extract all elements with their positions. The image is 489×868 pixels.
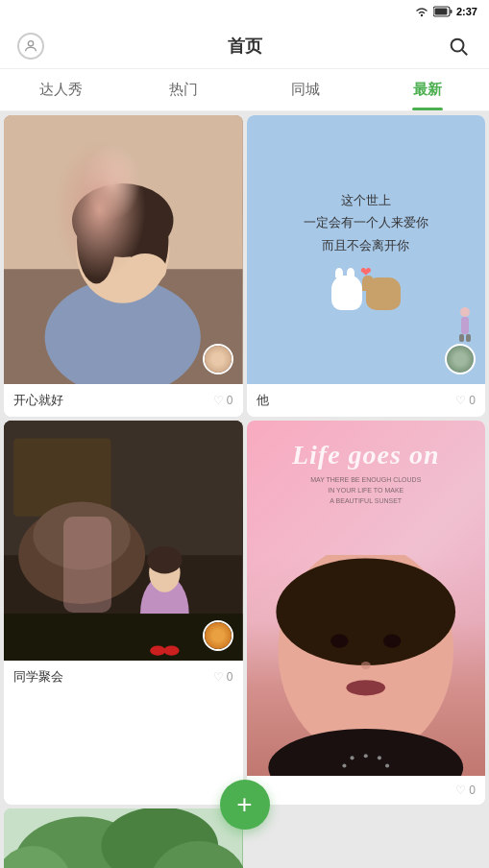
svg-point-39 xyxy=(363,754,367,758)
search-button[interactable] xyxy=(443,31,474,61)
post-4-footer: ♡ 0 xyxy=(247,776,486,805)
post-3-likes: ♡ 0 xyxy=(213,670,233,684)
svg-point-11 xyxy=(76,196,169,303)
post-image-3 xyxy=(4,421,243,661)
svg-rect-2 xyxy=(450,10,452,13)
post-card-4[interactable]: Life goes on MAY THERE BE ENOUGH CLOUDSI… xyxy=(247,421,486,805)
svg-rect-3 xyxy=(434,9,447,15)
dog-illustration xyxy=(366,277,401,310)
heart-icon-1: ♡ xyxy=(213,394,224,407)
svg-point-40 xyxy=(377,756,380,760)
post-1-footer: 开心就好 ♡ 0 xyxy=(4,384,243,417)
content-grid: 开心就好 ♡ 0 这个世上 一定会有一个人来爱你 而且不会离开你 ❤ xyxy=(0,111,489,868)
svg-rect-8 xyxy=(4,115,243,269)
svg-point-36 xyxy=(346,680,385,695)
post-3-footer: 同学聚会 ♡ 0 xyxy=(4,661,243,693)
svg-point-4 xyxy=(28,40,33,45)
tab-latest[interactable]: 最新 xyxy=(367,69,489,110)
svg-point-30 xyxy=(163,646,179,656)
post-1-likes: ♡ 0 xyxy=(213,394,233,407)
time-display: 2:37 xyxy=(456,6,477,17)
create-post-button[interactable]: + xyxy=(220,780,270,830)
svg-point-35 xyxy=(360,662,370,669)
status-bar: 2:37 xyxy=(0,0,489,23)
cat-illustration xyxy=(331,276,362,310)
svg-rect-18 xyxy=(459,334,464,342)
tab-hot[interactable]: 热门 xyxy=(122,69,244,110)
svg-point-34 xyxy=(383,635,401,648)
svg-point-13 xyxy=(77,196,116,283)
svg-point-14 xyxy=(130,196,169,283)
heart-icon-2: ♡ xyxy=(455,394,466,407)
post-image-1 xyxy=(4,115,243,384)
plus-icon: + xyxy=(236,791,252,818)
svg-rect-19 xyxy=(466,334,471,342)
user-avatar xyxy=(17,33,44,60)
tab-nearby[interactable]: 同城 xyxy=(245,69,367,110)
small-figure xyxy=(456,307,474,346)
tab-talent[interactable]: 达人秀 xyxy=(0,69,122,110)
svg-rect-7 xyxy=(4,115,243,384)
app-header: 首页 xyxy=(0,23,489,69)
svg-rect-17 xyxy=(461,317,469,334)
svg-point-29 xyxy=(150,646,165,656)
face-area xyxy=(247,555,486,776)
post-card-2[interactable]: 这个世上 一定会有一个人来爱你 而且不会离开你 ❤ xyxy=(247,115,486,417)
svg-line-6 xyxy=(462,50,467,55)
post-card-1[interactable]: 开心就好 ♡ 0 xyxy=(4,115,243,417)
svg-point-0 xyxy=(421,14,423,16)
post-3-title: 同学聚会 xyxy=(13,668,63,686)
svg-point-33 xyxy=(330,635,348,648)
svg-point-32 xyxy=(276,558,455,665)
svg-point-10 xyxy=(45,278,201,384)
svg-point-16 xyxy=(460,307,470,317)
post-image-2: 这个世上 一定会有一个人来爱你 而且不会离开你 ❤ xyxy=(247,115,486,384)
svg-point-24 xyxy=(33,501,130,569)
post-card-3[interactable]: 同学聚会 ♡ 0 xyxy=(4,421,243,805)
heart-icon-3: ♡ xyxy=(213,670,224,684)
svg-point-12 xyxy=(72,183,173,257)
heart-icon-4: ♡ xyxy=(455,784,466,797)
life-goes-on-text: Life goes on xyxy=(292,440,440,470)
post-2-footer: 他 ♡ 0 xyxy=(247,384,486,417)
search-icon xyxy=(448,36,469,57)
tab-bar: 达人秀 热门 同城 最新 xyxy=(0,69,489,111)
battery-icon xyxy=(433,6,452,17)
post-card-5[interactable] xyxy=(4,808,243,868)
wifi-icon xyxy=(414,6,429,17)
svg-point-37 xyxy=(268,729,463,776)
post-2-likes: ♡ 0 xyxy=(455,394,476,407)
profile-button[interactable] xyxy=(15,31,46,61)
post-3-avatar xyxy=(203,620,233,651)
post-image-4: Life goes on MAY THERE BE ENOUGH CLOUDSI… xyxy=(247,421,486,776)
post-4-likes: ♡ 0 xyxy=(455,784,476,797)
svg-point-5 xyxy=(452,38,464,51)
post-1-avatar xyxy=(203,344,233,374)
svg-point-27 xyxy=(147,546,183,573)
post-1-title: 开心就好 xyxy=(13,392,63,409)
post-2-avatar xyxy=(445,344,476,374)
cartoon-animals: ❤ xyxy=(331,276,401,310)
blue-card-text: 这个世上 一定会有一个人来爱你 而且不会离开你 xyxy=(304,189,428,256)
life-subtext: MAY THERE BE ENOUGH CLOUDSIN YOUR LIFE T… xyxy=(291,474,440,507)
svg-point-15 xyxy=(124,253,167,284)
svg-point-41 xyxy=(342,763,346,767)
post-2-title: 他 xyxy=(257,392,269,409)
post-3-avatar-img xyxy=(205,622,232,649)
post-image-5 xyxy=(4,808,243,868)
svg-point-23 xyxy=(18,507,145,604)
svg-point-38 xyxy=(350,756,354,760)
status-icons: 2:37 xyxy=(414,6,477,17)
page-title: 首页 xyxy=(228,35,262,58)
svg-point-42 xyxy=(385,763,389,767)
